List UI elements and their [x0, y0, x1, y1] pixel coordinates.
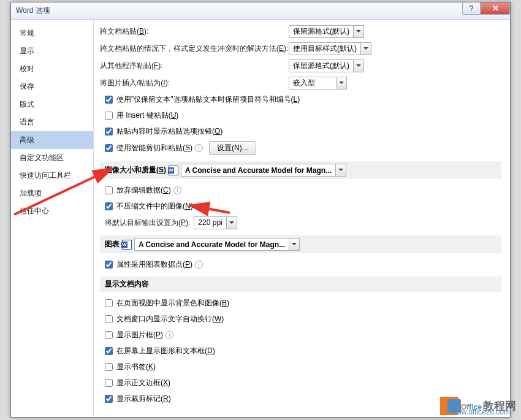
other-app-paste-label: 从其他程序粘贴(F):: [100, 61, 163, 71]
pic-frame-checkbox[interactable]: [105, 331, 113, 339]
boundary-label: 显示正文边框(X): [116, 378, 170, 388]
image-quality-section-header: 图像大小和质量(S) A Concise and Accurate Model …: [100, 161, 501, 179]
sidebar-item-proofing[interactable]: 校对: [11, 60, 93, 78]
sidebar-item-general[interactable]: 常规: [11, 25, 93, 42]
draw-text-checkbox[interactable]: [105, 347, 113, 355]
chart-datapoint-label: 属性采用图表数据点(P): [116, 259, 192, 270]
window-title: Word 选项: [16, 6, 50, 16]
crop-marks-checkbox[interactable]: [105, 395, 113, 403]
smart-cut-paste-label: 使用智能剪切和粘贴(S): [116, 143, 192, 153]
image-quality-doc-combo[interactable]: A Concise and Accurate Model for Magn...: [181, 164, 346, 177]
titlebar: Word 选项 ? ✕: [11, 2, 510, 20]
watermark-url: www.office26.com: [451, 408, 511, 416]
cross-doc-paste-combo[interactable]: 保留源格式(默认): [289, 25, 364, 38]
no-compress-checkbox[interactable]: [105, 202, 113, 210]
sidebar-item-customize-ribbon[interactable]: 自定义功能区: [11, 149, 93, 167]
wrap-text-checkbox[interactable]: [105, 315, 113, 323]
bookmark-label: 显示书签(K): [116, 362, 156, 372]
cross-doc-conflict-combo[interactable]: 使用目标样式(默认): [289, 42, 371, 55]
content-pane[interactable]: 跨文档粘贴(B): 保留源格式(默认) 跨文档粘贴的情况下，样式定义发生冲突时的…: [94, 20, 510, 417]
no-compress-label: 不压缩文件中的图像(N): [116, 201, 193, 212]
show-paste-options-checkbox[interactable]: [105, 128, 113, 136]
cross-doc-paste-label: 跨文档粘贴(B):: [100, 26, 148, 37]
default-resolution-label: 将默认目标输出设置为(P):: [105, 218, 190, 228]
help-button[interactable]: ?: [462, 2, 481, 15]
pic-frame-label: 显示图片框(P): [116, 330, 163, 340]
chevron-down-icon[interactable]: [289, 239, 299, 250]
insert-picture-label: 将图片插入/粘贴为(I):: [100, 78, 170, 88]
sidebar-item-save[interactable]: 保存: [11, 78, 93, 96]
keep-bullets-checkbox[interactable]: [105, 96, 113, 104]
close-button[interactable]: ✕: [481, 2, 510, 15]
chevron-down-icon[interactable]: [335, 164, 346, 176]
sidebar-item-display[interactable]: 显示: [11, 42, 93, 60]
word-doc-icon: [169, 166, 178, 175]
boundary-checkbox[interactable]: [105, 379, 113, 387]
discard-edit-data-checkbox[interactable]: [105, 186, 113, 194]
info-icon[interactable]: i: [196, 202, 203, 210]
info-icon[interactable]: i: [165, 331, 173, 339]
default-resolution-combo[interactable]: 220 ppi: [194, 216, 237, 229]
cross-doc-conflict-label: 跨文档粘贴的情况下，样式定义发生冲突时的解决方法(E):: [100, 44, 288, 54]
show-bg-label: 在页面视图中显示背景色和图像(B): [116, 298, 229, 308]
chart-doc-combo[interactable]: A Concise and Accurate Model for Magn...: [134, 238, 300, 251]
watermark: Office 教程网 www.office26.com: [440, 397, 516, 415]
sidebar-item-addins[interactable]: 加载项: [11, 185, 93, 202]
chevron-down-icon[interactable]: [336, 77, 346, 89]
insert-key-paste-label: 用 Insert 键粘贴(U): [116, 110, 178, 121]
discard-edit-data-label: 放弃编辑数据(C): [116, 185, 171, 196]
keep-bullets-label: 使用"仅保留文本"选项粘贴文本时保留项目符号和编号(L): [116, 94, 300, 105]
smart-cut-paste-checkbox[interactable]: [105, 144, 113, 152]
crop-marks-label: 显示裁剪标记(R): [116, 394, 171, 404]
other-app-paste-combo[interactable]: 保留源格式(默认): [289, 59, 364, 72]
insert-key-paste-checkbox[interactable]: [105, 112, 113, 120]
sidebar-item-layout[interactable]: 版式: [11, 96, 93, 113]
chevron-down-icon[interactable]: [353, 26, 363, 37]
insert-picture-combo[interactable]: 嵌入型: [289, 77, 347, 90]
settings-button[interactable]: 设置(N)...: [209, 141, 256, 155]
sidebar-item-advanced[interactable]: 高级: [11, 131, 93, 149]
show-paste-options-label: 粘贴内容时显示粘贴选项按钮(O): [116, 126, 222, 137]
sidebar-item-quick-access[interactable]: 快速访问工具栏: [11, 167, 93, 185]
sidebar-item-language[interactable]: 语言: [11, 113, 93, 131]
chart-datapoint-checkbox[interactable]: [105, 261, 113, 269]
word-options-dialog: Word 选项 ? ✕ 常规 显示 校对 保存 版式 语言 高级 自定义功能区 …: [10, 2, 511, 418]
wrap-text-label: 文档窗口内显示文字自动换行(W): [116, 314, 224, 324]
sidebar-item-trust-center[interactable]: 信任中心: [11, 202, 93, 220]
info-icon[interactable]: i: [195, 261, 203, 269]
chevron-down-icon[interactable]: [226, 217, 237, 229]
chart-section-header: 图表 A Concise and Accurate Model for Magn…: [100, 235, 501, 253]
draw-text-label: 在屏幕上显示图形和文本框(D): [116, 346, 215, 356]
chevron-down-icon[interactable]: [360, 43, 371, 55]
info-icon[interactable]: i: [195, 144, 203, 152]
sidebar: 常规 显示 校对 保存 版式 语言 高级 自定义功能区 快速访问工具栏 加载项 …: [11, 20, 94, 417]
word-doc-icon: [122, 240, 132, 250]
show-bg-checkbox[interactable]: [105, 299, 113, 307]
bookmark-checkbox[interactable]: [105, 363, 113, 371]
info-icon[interactable]: i: [173, 186, 181, 194]
chevron-down-icon[interactable]: [353, 60, 363, 72]
display-content-section-header: 显示文档内容: [100, 277, 501, 292]
